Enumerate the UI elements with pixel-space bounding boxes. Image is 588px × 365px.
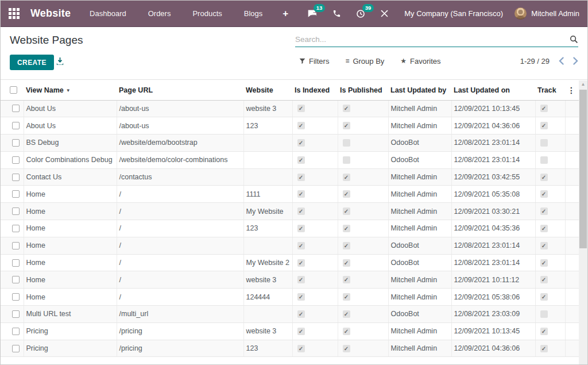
is-published-checkbox[interactable] — [343, 122, 350, 129]
is-indexed-checkbox[interactable] — [297, 174, 305, 181]
row-checkbox[interactable] — [12, 139, 20, 147]
is-published-checkbox[interactable] — [343, 208, 350, 215]
row-checkbox[interactable] — [12, 174, 20, 181]
pager-previous-button[interactable] — [559, 57, 564, 65]
column-is-indexed[interactable]: Is Indexed — [292, 80, 338, 100]
table-row[interactable]: Contact Us /contactus Mitchell Admin 12/… — [1, 168, 580, 186]
export-button[interactable] — [56, 57, 64, 68]
is-indexed-checkbox[interactable] — [297, 293, 305, 301]
is-indexed-checkbox[interactable] — [297, 190, 305, 198]
is-published-checkbox[interactable] — [343, 105, 350, 112]
row-checkbox[interactable] — [12, 105, 20, 112]
is-indexed-checkbox[interactable] — [297, 276, 305, 283]
column-website[interactable]: Website — [243, 80, 292, 100]
pager-next-button[interactable] — [573, 57, 578, 65]
is-published-checkbox[interactable] — [343, 242, 350, 249]
table-row[interactable]: Home / OdooBot 12/08/2021 23:01:14 — [1, 237, 580, 254]
messages-button[interactable]: 13 — [300, 1, 325, 27]
is-published-checkbox[interactable] — [343, 328, 350, 335]
scrollbar-thumb[interactable] — [579, 90, 587, 248]
is-published-checkbox[interactable] — [343, 156, 350, 164]
track-checkbox[interactable] — [540, 328, 548, 335]
is-indexed-checkbox[interactable] — [297, 328, 305, 335]
track-checkbox[interactable] — [540, 293, 548, 301]
is-published-checkbox[interactable] — [343, 174, 350, 181]
row-checkbox[interactable] — [12, 328, 20, 335]
table-row[interactable]: Home / 124444 Mitchell Admin 12/09/2021 … — [1, 289, 580, 306]
row-checkbox[interactable] — [12, 208, 20, 215]
table-row[interactable]: Multi URL test /multi_url OdooBot 12/08/… — [1, 306, 580, 323]
column-page-url[interactable]: Page URL — [117, 80, 243, 100]
is-indexed-checkbox[interactable] — [297, 225, 305, 232]
table-row[interactable]: About Us /about-us 123 Mitchell Admin 12… — [1, 117, 580, 135]
track-checkbox[interactable] — [540, 259, 548, 267]
is-published-checkbox[interactable] — [343, 139, 350, 147]
apps-menu-button[interactable] — [1, 8, 27, 19]
track-checkbox[interactable] — [540, 345, 548, 352]
track-checkbox[interactable] — [540, 310, 548, 318]
is-indexed-checkbox[interactable] — [297, 208, 305, 215]
column-view-name[interactable]: View Name▼ — [24, 80, 117, 100]
scroll-up-arrow-icon[interactable]: ▲ — [579, 82, 587, 87]
table-row[interactable]: Home / My Website Mitchell Admin 12/09/2… — [1, 203, 580, 220]
is-indexed-checkbox[interactable] — [297, 122, 305, 129]
is-published-checkbox[interactable] — [343, 190, 350, 198]
new-content-button[interactable]: + — [273, 8, 297, 20]
vertical-scrollbar[interactable]: ▲ — [579, 80, 587, 364]
table-row[interactable]: Home / My Website 2 OdooBot 12/08/2021 2… — [1, 254, 580, 271]
is-published-checkbox[interactable] — [343, 276, 350, 283]
is-published-checkbox[interactable] — [343, 259, 350, 267]
menu-blogs[interactable]: Blogs — [233, 1, 274, 27]
is-published-checkbox[interactable] — [343, 310, 350, 318]
is-published-checkbox[interactable] — [343, 345, 350, 352]
track-checkbox[interactable] — [540, 139, 548, 147]
row-checkbox[interactable] — [12, 259, 20, 267]
is-published-checkbox[interactable] — [343, 225, 350, 232]
table-row[interactable]: Color Combinations Debug /website/demo/c… — [1, 151, 580, 168]
is-published-checkbox[interactable] — [343, 293, 350, 301]
table-row[interactable]: Pricing /pricing website 3 Mitchell Admi… — [1, 322, 580, 340]
table-row[interactable]: Home / 123 Mitchell Admin 12/09/2021 04:… — [1, 220, 580, 237]
create-button[interactable]: CREATE — [10, 55, 54, 70]
row-checkbox[interactable] — [12, 242, 20, 249]
table-row[interactable]: About Us /about-us website 3 Mitchell Ad… — [1, 100, 580, 117]
column-is-published[interactable]: Is Published — [338, 80, 388, 100]
track-checkbox[interactable] — [540, 174, 548, 181]
is-indexed-checkbox[interactable] — [297, 345, 305, 352]
search-input[interactable] — [295, 35, 570, 44]
favorites-button[interactable]: ★ Favorites — [400, 57, 440, 66]
table-row[interactable]: BS Debug /website/demo/bootstrap OdooBot… — [1, 135, 580, 152]
track-checkbox[interactable] — [540, 276, 548, 283]
is-indexed-checkbox[interactable] — [297, 259, 305, 267]
optional-columns-button[interactable]: ⋮ — [567, 86, 575, 95]
tools-button[interactable] — [373, 1, 396, 27]
user-menu[interactable]: Mitchell Admin — [514, 7, 587, 20]
row-checkbox[interactable] — [12, 122, 20, 129]
row-checkbox[interactable] — [12, 156, 20, 164]
row-checkbox[interactable] — [12, 310, 20, 318]
filters-button[interactable]: Filters — [299, 57, 329, 66]
is-indexed-checkbox[interactable] — [297, 310, 305, 318]
search-icon[interactable] — [570, 35, 578, 44]
is-indexed-checkbox[interactable] — [297, 105, 305, 112]
track-checkbox[interactable] — [540, 242, 548, 249]
select-all-checkbox[interactable] — [10, 86, 17, 94]
menu-orders[interactable]: Orders — [137, 1, 182, 27]
row-checkbox[interactable] — [12, 345, 20, 352]
track-checkbox[interactable] — [540, 225, 548, 232]
menu-dashboard[interactable]: Dashboard — [79, 1, 137, 27]
is-indexed-checkbox[interactable] — [297, 156, 305, 164]
activities-button[interactable]: 39 — [349, 1, 373, 27]
app-brand[interactable]: Website — [27, 7, 79, 20]
group-by-button[interactable]: ≡ Group By — [345, 57, 384, 66]
track-checkbox[interactable] — [540, 208, 548, 215]
table-row[interactable]: Home / 1111 Mitchell Admin 12/09/2021 05… — [1, 186, 580, 203]
column-last-updated-on[interactable]: Last Updated on — [451, 80, 535, 100]
column-last-updated-by[interactable]: Last Updated by — [388, 80, 451, 100]
row-checkbox[interactable] — [12, 276, 20, 283]
phone-button[interactable] — [325, 1, 349, 27]
is-indexed-checkbox[interactable] — [297, 242, 305, 249]
track-checkbox[interactable] — [540, 122, 548, 129]
is-indexed-checkbox[interactable] — [297, 139, 305, 147]
row-checkbox[interactable] — [12, 293, 20, 301]
